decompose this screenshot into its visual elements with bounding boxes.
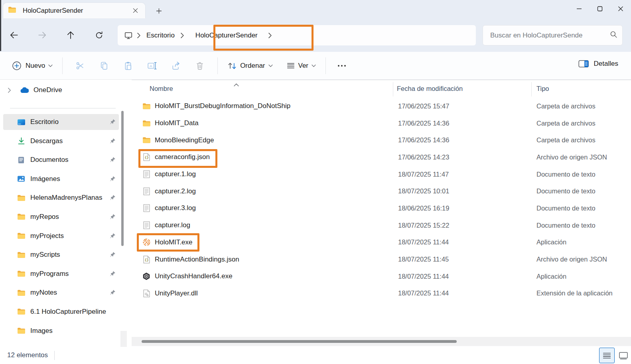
up-button[interactable]	[62, 26, 79, 44]
icons-view-toggle-button[interactable]	[617, 350, 629, 361]
sidebar-item-holocapturerpipeline[interactable]: 6.1 HoloCapturerPipeline	[3, 304, 119, 320]
file-name[interactable]: UnityPlayer.dll	[155, 289, 198, 297]
pin-icon	[110, 157, 116, 164]
sidebar-item-documentos[interactable]: Documentos	[3, 152, 119, 168]
close-button[interactable]	[610, 0, 631, 18]
horizontal-scrollbar-track[interactable]	[132, 337, 631, 346]
sidebar-item-myprojects[interactable]: myProjects	[3, 228, 119, 244]
sidebar-item-myscripts[interactable]: myScripts	[3, 247, 119, 263]
svg-text:A: A	[150, 63, 152, 68]
pin-icon	[110, 271, 116, 278]
table-row[interactable]: MonoBleedingEdge 17/06/2025 14:36 Carpet…	[132, 132, 631, 149]
search-input[interactable]	[490, 31, 610, 39]
expand-chevron-icon[interactable]	[3, 88, 15, 93]
chevron-down-icon	[312, 64, 316, 67]
file-name[interactable]: HoloMIT_BurstDebugInformation_DoNotShip	[155, 102, 290, 110]
horizontal-scrollbar-thumb[interactable]	[142, 340, 457, 343]
table-row[interactable]: capturer.3.log 18/06/2025 16:19 Document…	[132, 200, 631, 217]
table-row[interactable]: capturer.2.log 18/07/2025 10:01 Document…	[132, 183, 631, 200]
search-icon[interactable]	[610, 31, 617, 40]
svg-text:{}: {}	[144, 156, 148, 160]
forward-button[interactable]	[34, 26, 51, 44]
onedrive-cloud-icon	[20, 87, 29, 93]
details-pane-button[interactable]: Detalles	[574, 57, 623, 71]
column-header-fecha[interactable]: Fecha de modificación	[397, 85, 463, 92]
paste-button[interactable]	[118, 57, 138, 75]
downloads-icon	[17, 137, 26, 145]
table-row[interactable]: {} cameraconfig.json 17/06/2025 14:23 Ar…	[132, 149, 631, 166]
rename-button[interactable]: A	[142, 57, 162, 75]
explorer-tab[interactable]: HoloCapturerSender	[3, 3, 145, 18]
column-headers: Nombre Fecha de modificación Tipo	[132, 80, 631, 98]
back-button[interactable]	[5, 26, 23, 44]
copy-button[interactable]	[94, 57, 114, 75]
file-name[interactable]: RuntimeActionBindings.json	[155, 256, 239, 264]
pin-icon	[110, 289, 116, 297]
view-button[interactable]: Ver	[282, 59, 320, 73]
table-row[interactable]: capturer.1.log 18/07/2025 11:47 Document…	[132, 166, 631, 183]
share-button[interactable]	[166, 57, 186, 75]
file-name[interactable]: MonoBleedingEdge	[155, 136, 214, 144]
sidebar-item-myprograms[interactable]: myPrograms	[3, 266, 119, 282]
table-row[interactable]: HoloMIT_Data 17/06/2025 14:36 Carpeta de…	[132, 115, 631, 132]
breadcrumb-item-escritorio[interactable]: Escritorio	[142, 28, 179, 43]
column-header-tipo[interactable]: Tipo	[536, 85, 549, 92]
tab-close-icon[interactable]	[130, 6, 140, 16]
table-row[interactable]: capturer.log 18/07/2025 15:22 Documento …	[132, 217, 631, 234]
toolbar-divider	[217, 57, 218, 74]
pin-icon	[110, 214, 116, 221]
table-row[interactable]: UnityPlayer.dll 18/07/2025 11:44 Extensi…	[132, 285, 631, 302]
pin-icon	[110, 195, 116, 202]
this-pc-crumb[interactable]	[122, 28, 135, 43]
breadcrumb-item-holocapturersender[interactable]: HoloCapturerSender	[191, 28, 262, 43]
file-name[interactable]: capturer.log	[155, 221, 190, 229]
file-name[interactable]: capturer.2.log	[155, 187, 196, 195]
refresh-button[interactable]	[90, 26, 108, 44]
file-type: Aplicación	[536, 238, 566, 246]
sidebar-item-escritorio[interactable]: Escritorio	[3, 114, 119, 130]
sidebar-item-label: myRepos	[30, 213, 59, 221]
sidebar-item-mynotes[interactable]: myNotes	[3, 285, 119, 301]
minimize-button[interactable]	[569, 0, 590, 18]
file-type: Documento de texto	[536, 222, 596, 229]
file-name[interactable]: cameraconfig.json	[155, 153, 210, 161]
file-name[interactable]: HoloMIT_Data	[155, 119, 199, 127]
new-tab-button[interactable]	[153, 5, 165, 17]
maximize-button[interactable]	[590, 0, 610, 18]
desktop-icon	[17, 119, 26, 126]
search-box[interactable]	[483, 25, 623, 45]
column-separator[interactable]	[531, 82, 532, 96]
chevron-right-icon	[137, 33, 141, 38]
new-button[interactable]: Nuevo	[8, 58, 57, 74]
table-row[interactable]: HoloMIT.exe 18/07/2025 11:44 Aplicación	[132, 234, 631, 251]
file-date: 17/06/2025 15:47	[398, 102, 449, 110]
file-name[interactable]: UnityCrashHandler64.exe	[155, 272, 233, 280]
sidebar-item-label: 6.1 HoloCapturerPipeline	[30, 308, 106, 316]
sort-button[interactable]: Ordenar	[223, 59, 276, 73]
cut-button[interactable]	[70, 57, 91, 75]
table-row[interactable]: UnityCrashHandler64.exe 18/07/2025 11:44…	[132, 268, 631, 285]
sidebar-item-helenamadrenysplanas[interactable]: HelenaMadrenysPlanas	[3, 190, 119, 206]
details-pane-icon	[578, 60, 589, 68]
more-options-button[interactable]	[333, 57, 351, 75]
delete-button[interactable]	[189, 57, 210, 75]
file-name[interactable]: capturer.1.log	[155, 170, 196, 178]
sidebar-item-myrepos[interactable]: myRepos	[3, 209, 119, 225]
sidebar-item-label: Documentos	[30, 156, 68, 164]
column-header-nombre[interactable]: Nombre	[150, 85, 173, 92]
file-name[interactable]: capturer.3.log	[155, 204, 196, 212]
sidebar-scrollbar-track[interactable]	[120, 331, 127, 347]
file-name[interactable]: HoloMIT.exe	[155, 238, 192, 246]
column-separator[interactable]	[393, 82, 393, 96]
sidebar-item-descargas[interactable]: Descargas	[3, 133, 119, 149]
sidebar-item-onedrive[interactable]: OneDrive	[3, 82, 128, 98]
sidebar-item-imagenes[interactable]: Imágenes	[3, 171, 119, 187]
table-row[interactable]: HoloMIT_BurstDebugInformation_DoNotShip …	[132, 98, 631, 115]
sidebar-item-images[interactable]: Images	[3, 323, 119, 339]
details-view-toggle-button[interactable]	[599, 348, 615, 363]
table-row[interactable]: {} RuntimeActionBindings.json 18/07/2025…	[132, 251, 631, 268]
sidebar-scrollbar-thumb[interactable]	[121, 111, 124, 246]
chevron-right-icon	[268, 33, 272, 38]
scissors-icon	[76, 61, 85, 70]
folder-icon	[142, 120, 151, 127]
